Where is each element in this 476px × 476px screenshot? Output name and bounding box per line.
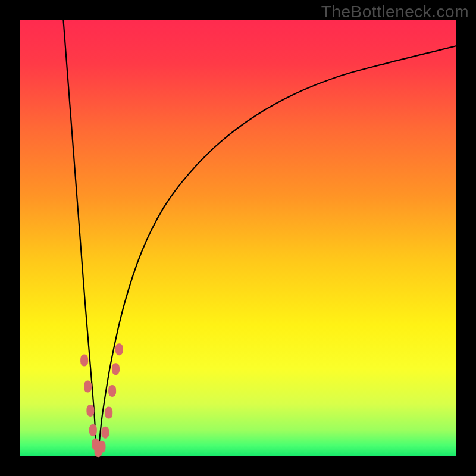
bottleneck-chart: [0, 0, 476, 476]
marker-dot: [101, 427, 109, 439]
marker-dot: [86, 405, 94, 416]
marker-dot: [105, 407, 112, 419]
marker-dot: [89, 424, 97, 436]
marker-dot: [112, 363, 120, 375]
marker-dot: [98, 441, 105, 453]
watermark-text: TheBottleneck.com: [321, 2, 469, 21]
marker-dot: [115, 343, 123, 355]
marker-dot: [80, 355, 88, 367]
chart-frame: TheBottleneck.com: [0, 0, 476, 476]
marker-dot: [84, 381, 92, 393]
marker-dot: [108, 385, 116, 397]
